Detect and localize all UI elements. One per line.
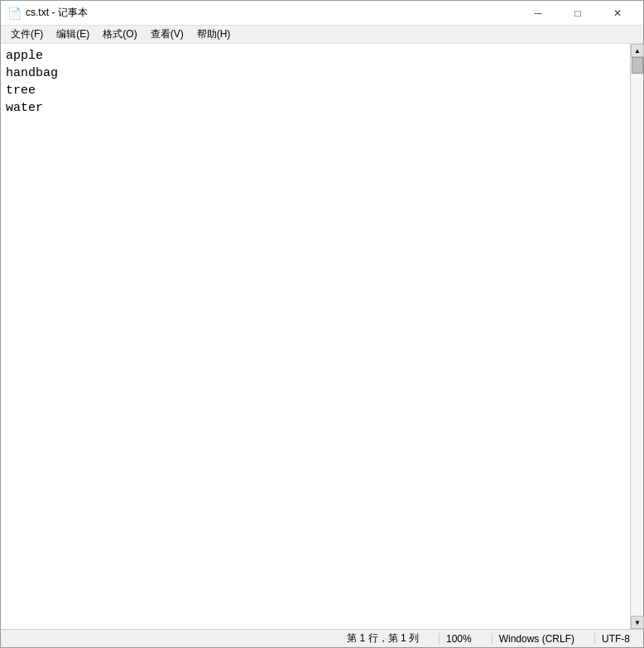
editor-area: ▲ ▼ <box>1 44 643 629</box>
vertical-scrollbar[interactable]: ▲ ▼ <box>630 44 643 629</box>
scroll-up-button[interactable]: ▲ <box>631 44 644 57</box>
zoom-level: 100% <box>439 633 478 645</box>
title-bar: 📄 cs.txt - 记事本 ─ □ ✕ <box>1 1 643 26</box>
close-button[interactable]: ✕ <box>598 1 637 26</box>
menu-view[interactable]: 查看(V) <box>144 26 190 43</box>
encoding: UTF-8 <box>594 633 637 645</box>
menu-bar: 文件(F) 编辑(E) 格式(O) 查看(V) 帮助(H) <box>1 26 643 44</box>
notepad-window: 📄 cs.txt - 记事本 ─ □ ✕ 文件(F) 编辑(E) 格式(O) 查… <box>0 0 644 648</box>
window-title: cs.txt - 记事本 <box>26 6 88 20</box>
minimize-button[interactable]: ─ <box>519 1 557 26</box>
scroll-thumb[interactable] <box>632 57 643 74</box>
app-icon: 📄 <box>7 7 21 20</box>
menu-help[interactable]: 帮助(H) <box>190 26 238 43</box>
status-bar: 第 1 行，第 1 列 100% Windows (CRLF) UTF-8 <box>1 629 643 647</box>
title-bar-left: 📄 cs.txt - 记事本 <box>7 6 88 20</box>
cursor-position: 第 1 行，第 1 列 <box>340 631 425 646</box>
scroll-down-button[interactable]: ▼ <box>631 616 644 629</box>
text-editor[interactable] <box>1 44 630 629</box>
maximize-button[interactable]: □ <box>559 1 597 26</box>
title-bar-controls: ─ □ ✕ <box>519 1 637 26</box>
scroll-track[interactable] <box>631 57 643 616</box>
menu-file[interactable]: 文件(F) <box>4 26 50 43</box>
menu-format[interactable]: 格式(O) <box>96 26 143 43</box>
line-ending: Windows (CRLF) <box>492 633 581 645</box>
menu-edit[interactable]: 编辑(E) <box>50 26 96 43</box>
